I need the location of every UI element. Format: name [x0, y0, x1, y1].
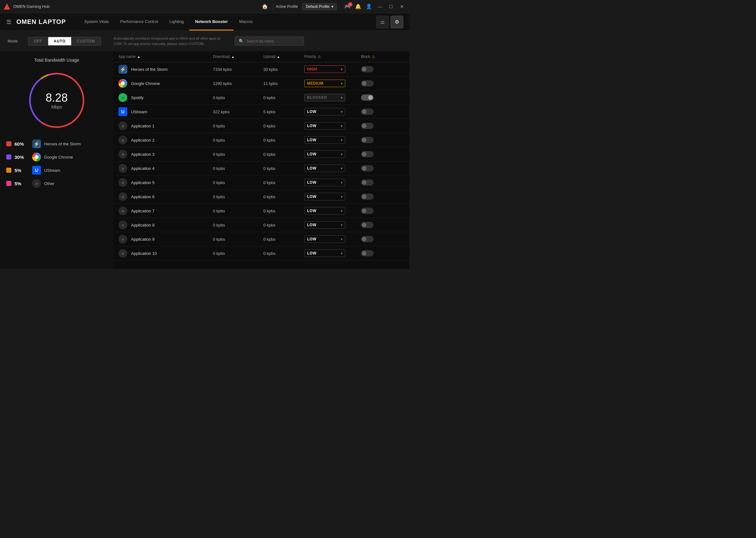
priority-dropdown[interactable]: HIGH ▾ — [304, 66, 345, 73]
th-upload[interactable]: Upload ▲ — [263, 54, 304, 59]
app-icon-spotify: ♪ — [118, 93, 127, 102]
block-toggle[interactable] — [361, 208, 374, 214]
sort-upload-icon: ▲ — [277, 55, 280, 59]
block-toggle[interactable] — [361, 250, 374, 256]
dropdown-arrow-icon: ▾ — [341, 238, 343, 241]
app-cell: U UStream — [118, 107, 213, 116]
upload-value: 11 kpbs — [263, 81, 304, 86]
download-value: 322 kpbs — [213, 109, 263, 114]
priority-label: LOW — [307, 166, 317, 171]
block-toggle[interactable] — [361, 151, 374, 157]
block-toggle[interactable] — [361, 236, 374, 242]
mode-off-button[interactable]: OFF — [29, 37, 48, 45]
table-body: ⚡ Heroes of the Storm 7334 kpbs 30 kpbs … — [113, 62, 409, 269]
settings-button[interactable]: ⚙ — [391, 16, 403, 28]
app-cell: ◈ Application 7 — [118, 206, 213, 215]
priority-dropdown[interactable]: LOW ▾ — [304, 122, 345, 130]
th-priority[interactable]: Priority ⚠ — [304, 54, 361, 59]
th-block[interactable]: Block ⚠ — [361, 54, 402, 59]
priority-dropdown[interactable]: LOW ▾ — [304, 108, 345, 116]
search-input[interactable] — [246, 39, 300, 43]
nav-performance-control[interactable]: Performance Control — [115, 13, 164, 30]
app-icon-generic: ◈ — [118, 221, 127, 229]
app-cell: ⚡ Heroes of the Storm — [118, 65, 213, 74]
priority-dropdown[interactable]: LOW ▾ — [304, 179, 345, 186]
th-priority-label: Priority — [304, 54, 316, 59]
app-name-label: Application 6 — [131, 194, 155, 199]
priority-label: BLOCKED — [307, 95, 327, 100]
priority-dropdown[interactable]: LOW ▾ — [304, 249, 345, 257]
bandwidth-legend: 60% ⚡ Heroes of the Storm 30% Google Chr… — [6, 139, 107, 188]
legend-item-hots: 60% ⚡ Heroes of the Storm — [6, 139, 107, 148]
title-bar-icons: 🎮 1 🔔 👤 — [344, 3, 372, 9]
notification-icon[interactable]: 🔔 — [355, 3, 361, 9]
block-toggle[interactable] — [361, 94, 374, 101]
dropdown-arrow-icon: ▾ — [341, 195, 343, 198]
priority-dropdown[interactable]: LOW ▾ — [304, 207, 345, 215]
dropdown-arrow-icon: ▾ — [341, 96, 343, 99]
app-icon-generic: ◈ — [118, 192, 127, 201]
nav-system-vitals[interactable]: System Vitals — [79, 13, 115, 30]
upload-value: 0 kpbs — [263, 95, 304, 100]
profile-selector[interactable]: Default Profile ▾ — [302, 3, 337, 10]
download-value: 0 kpbs — [213, 251, 263, 256]
upload-value: 30 kpbs — [263, 67, 304, 72]
legend-dot-ustream — [6, 168, 11, 173]
download-value: 0 kpbs — [213, 237, 263, 242]
upload-value: 5 kpbs — [263, 109, 304, 114]
dropdown-arrow-icon: ▾ — [341, 181, 343, 185]
mode-bar: Mode OFF AUTO CUSTOM Automatically prior… — [0, 31, 409, 51]
home-icon[interactable]: 🏠 — [259, 3, 271, 9]
nav-lighting[interactable]: Lighting — [164, 13, 190, 30]
block-toggle[interactable] — [361, 165, 374, 172]
legend-pct-chrome: 30% — [15, 154, 29, 160]
dropdown-arrow-icon: ▾ — [341, 110, 343, 114]
priority-label: LOW — [307, 138, 317, 142]
app-name-label: Application 10 — [131, 251, 157, 256]
menu-icon[interactable]: ☰ — [6, 19, 11, 26]
th-download[interactable]: Download ▲ — [213, 54, 263, 59]
user-icon[interactable]: 👤 — [366, 3, 372, 9]
close-button[interactable]: ✕ — [398, 3, 406, 10]
app-name-label: Application 3 — [131, 152, 155, 157]
maximize-button[interactable]: ☐ — [387, 3, 395, 10]
priority-dropdown[interactable]: LOW ▾ — [304, 136, 345, 144]
table-row: ◈ Application 5 0 kpbs 0 kpbs LOW ▾ — [113, 176, 409, 190]
block-toggle[interactable] — [361, 123, 374, 129]
table-row: ◈ Application 3 0 kpbs 0 kpbs LOW ▾ — [113, 147, 409, 161]
priority-dropdown[interactable]: MEDIUM ▾ — [304, 80, 345, 87]
block-toggle[interactable] — [361, 66, 374, 72]
priority-label: MEDIUM — [307, 81, 324, 85]
priority-dropdown[interactable]: LOW ▾ — [304, 150, 345, 158]
nav-network-booster[interactable]: Network Booster — [189, 13, 233, 30]
minimize-button[interactable]: — — [376, 3, 384, 10]
th-appname[interactable]: App name ▲ — [118, 54, 213, 59]
priority-dropdown[interactable]: LOW ▾ — [304, 165, 345, 172]
block-toggle[interactable] — [361, 222, 374, 228]
block-toggle[interactable] — [361, 193, 374, 200]
gamepad-icon[interactable]: 🎮 1 — [344, 3, 350, 9]
priority-dropdown[interactable]: BLOCKED ▾ — [304, 94, 345, 101]
priority-dropdown[interactable]: LOW ▾ — [304, 193, 345, 200]
mode-auto-button[interactable]: AUTO — [48, 37, 72, 45]
upload-value: 0 kpbs — [263, 194, 304, 199]
upload-value: 0 kpbs — [263, 237, 304, 242]
mode-custom-button[interactable]: CUSTOM — [71, 37, 101, 45]
block-toggle[interactable] — [361, 80, 374, 86]
block-toggle[interactable] — [361, 137, 374, 143]
block-toggle[interactable] — [361, 179, 374, 186]
table-row: ◈ Application 8 0 kpbs 0 kpbs LOW ▾ — [113, 218, 409, 232]
sort-download-icon: ▲ — [231, 55, 234, 59]
app-name-label: UStream — [131, 109, 147, 114]
nav-macros[interactable]: Macros — [233, 13, 258, 30]
priority-dropdown[interactable]: LOW ▾ — [304, 235, 345, 243]
search-box[interactable]: 🔍 — [235, 36, 304, 46]
priority-dropdown[interactable]: LOW ▾ — [304, 221, 345, 229]
mode-description: Automatically prioritizes foreground app… — [114, 36, 227, 46]
filter-button[interactable]: ⚌ — [376, 16, 389, 28]
block-toggle[interactable] — [361, 109, 374, 115]
profile-dropdown-arrow: ▾ — [331, 4, 333, 9]
priority-label: LOW — [307, 209, 317, 213]
th-upload-label: Upload — [263, 54, 275, 59]
table-row: ♪ Spotify 0 kpbs 0 kpbs BLOCKED ▾ — [113, 91, 409, 105]
